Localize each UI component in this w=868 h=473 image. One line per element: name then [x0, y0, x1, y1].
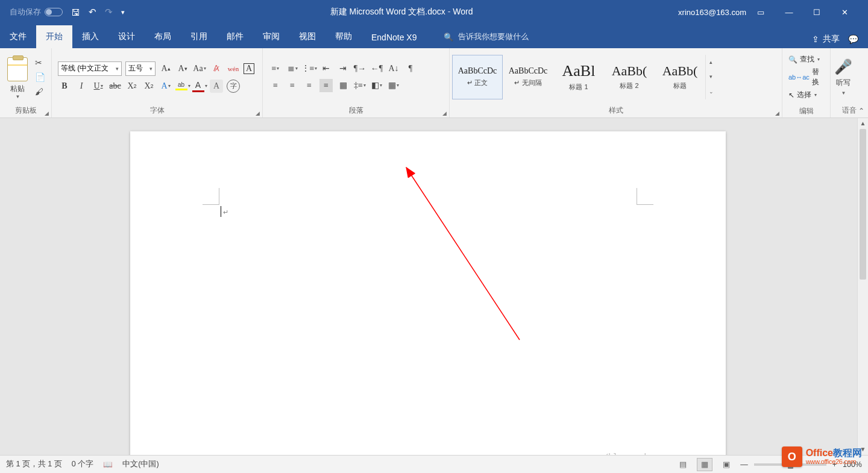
vertical-scrollbar[interactable]: ▲ ▼	[857, 118, 868, 455]
replace-button[interactable]: ab↔ac替换	[788, 67, 824, 87]
comments-icon[interactable]: 💬	[848, 34, 858, 44]
share-icon: ⇪	[812, 34, 819, 44]
italic-button[interactable]: I	[75, 80, 88, 93]
scroll-up-icon[interactable]: ▲	[858, 118, 868, 129]
tab-review[interactable]: 审阅	[253, 25, 289, 48]
save-icon[interactable]: 🖫	[71, 7, 80, 17]
justify-icon[interactable]: ≡	[319, 79, 333, 92]
share-button[interactable]: ⇪ 共享	[812, 34, 840, 45]
shrink-font-icon[interactable]: A▾	[176, 62, 189, 75]
collapse-ribbon-icon[interactable]: ⌃	[858, 107, 864, 115]
tab-endnote[interactable]: EndNote X9	[362, 27, 427, 48]
bold-button[interactable]: B	[58, 80, 71, 93]
close-button[interactable]: ✕	[831, 0, 858, 24]
tab-view[interactable]: 视图	[289, 25, 326, 48]
clear-format-icon[interactable]: A̷	[210, 62, 223, 75]
select-button[interactable]: ↖选择▾	[788, 90, 824, 100]
tell-me-placeholder: 告诉我你想要做什么	[458, 31, 529, 42]
tab-design[interactable]: 设计	[108, 25, 145, 48]
align-left-icon[interactable]: ≡	[269, 79, 282, 92]
print-layout-icon[interactable]: ▦	[697, 458, 712, 471]
copy-icon[interactable]: 📄	[35, 72, 45, 82]
tab-file[interactable]: 文件	[0, 25, 36, 48]
tab-references[interactable]: 引用	[181, 25, 217, 48]
redo-icon[interactable]: ↷	[105, 7, 113, 17]
align-right-icon[interactable]: ≡	[303, 79, 316, 92]
autosave-label: 自动保存	[10, 7, 41, 17]
tab-insert[interactable]: 插入	[72, 25, 108, 48]
dictate-button[interactable]: 🎤 听写 ▼	[834, 58, 852, 96]
dialog-launcher-icon[interactable]: ◢	[45, 110, 49, 116]
style-no-spacing[interactable]: AaBbCcDc ↵ 无间隔	[503, 55, 553, 99]
phonetic-guide-icon[interactable]: wén	[227, 62, 240, 75]
style-heading1[interactable]: AaBl 标题 1	[553, 55, 604, 99]
format-painter-icon[interactable]: 🖌	[35, 87, 45, 96]
style-title[interactable]: AaBb( 标题	[655, 55, 705, 99]
font-color-icon[interactable]: A▾	[193, 80, 206, 93]
word-count[interactable]: 0 个字	[72, 459, 93, 469]
rtl-icon[interactable]: ←¶	[370, 62, 383, 75]
style-name-label: ↵ 正文	[467, 78, 488, 87]
account-label[interactable]: xrino163@163.com	[678, 8, 746, 17]
style-name-label: ↵ 无间隔	[514, 78, 541, 87]
maximize-button[interactable]: ☐	[803, 0, 831, 24]
strikethrough-button[interactable]: abc	[108, 80, 122, 93]
tab-layout[interactable]: 布局	[145, 25, 181, 48]
status-bar: 第 1 页，共 1 页 0 个字 📖 中文(中国) ▤ ▦ ▣ — + 100%	[0, 455, 868, 473]
show-marks-icon[interactable]: ¶	[404, 62, 417, 75]
change-case-icon[interactable]: Aa▾	[193, 62, 206, 75]
subscript-button[interactable]: X2	[125, 80, 139, 93]
page[interactable]: ↵ :/blog.csd	[130, 131, 726, 455]
text-cursor	[221, 206, 221, 217]
ribbon-display-icon[interactable]: ▭	[757, 8, 764, 17]
borders-icon[interactable]: ▦▾	[387, 79, 400, 92]
tell-me-search[interactable]: 🔍 告诉我你想要做什么	[444, 31, 529, 48]
read-mode-icon[interactable]: ▤	[675, 458, 691, 471]
line-spacing-icon[interactable]: ‡≡▾	[353, 79, 366, 92]
paste-button[interactable]: 粘贴 ▼	[4, 55, 31, 99]
char-border-icon[interactable]: A	[244, 63, 254, 74]
dialog-launcher-icon[interactable]: ◢	[442, 110, 447, 116]
style-normal[interactable]: AaBbCcDc ↵ 正文	[452, 55, 503, 99]
increase-indent-icon[interactable]: ⇥	[336, 62, 350, 75]
decrease-indent-icon[interactable]: ⇤	[319, 62, 333, 75]
dialog-launcher-icon[interactable]: ◢	[256, 110, 260, 116]
tab-home[interactable]: 开始	[36, 25, 72, 48]
zoom-out-icon[interactable]: —	[740, 460, 748, 469]
underline-button[interactable]: U▾	[92, 80, 105, 93]
text-effects-icon[interactable]: A▾	[159, 80, 172, 93]
styles-gallery-more[interactable]: ▴▾⌄	[705, 55, 716, 99]
font-size-combo[interactable]: 五号▾	[125, 61, 156, 76]
document-area[interactable]: ↵ :/blog.csd	[0, 118, 857, 455]
language-label[interactable]: 中文(中国)	[122, 459, 159, 469]
autosave-toggle[interactable]: 自动保存	[10, 7, 63, 17]
find-button[interactable]: 🔍查找▾	[788, 54, 824, 64]
dialog-launcher-icon[interactable]: ◢	[775, 110, 779, 116]
ltr-icon[interactable]: ¶→	[353, 62, 366, 75]
highlight-icon[interactable]: ab▾	[176, 80, 189, 93]
undo-icon[interactable]: ↶	[89, 7, 96, 17]
tab-mailings[interactable]: 邮件	[217, 25, 253, 48]
enclose-char-icon[interactable]: 字	[227, 80, 240, 93]
font-size-value: 五号	[128, 63, 143, 74]
superscript-button[interactable]: X2	[142, 80, 156, 93]
scroll-thumb[interactable]	[860, 129, 866, 280]
numbering-icon[interactable]: ≣▾	[286, 62, 299, 75]
align-center-icon[interactable]: ≡	[286, 79, 299, 92]
multilevel-list-icon[interactable]: ⋮≡▾	[303, 62, 316, 75]
style-heading2[interactable]: AaBb( 标题 2	[604, 55, 655, 99]
shading-icon[interactable]: ◧▾	[370, 79, 383, 92]
cut-icon[interactable]: ✂	[35, 58, 45, 67]
tab-help[interactable]: 帮助	[326, 25, 362, 48]
minimize-button[interactable]: —	[775, 0, 803, 24]
font-name-combo[interactable]: 等线 (中文正文▾	[58, 61, 122, 76]
page-count[interactable]: 第 1 页，共 1 页	[6, 459, 62, 469]
replace-icon: ab↔ac	[788, 74, 810, 81]
grow-font-icon[interactable]: A▴	[159, 62, 172, 75]
web-layout-icon[interactable]: ▣	[719, 458, 734, 471]
char-shading-icon[interactable]: A	[210, 80, 223, 93]
sort-icon[interactable]: A↓	[387, 62, 400, 75]
proofing-icon[interactable]: 📖	[103, 460, 113, 469]
distributed-icon[interactable]: ▦	[336, 79, 350, 92]
bullets-icon[interactable]: ≡▾	[269, 62, 282, 75]
